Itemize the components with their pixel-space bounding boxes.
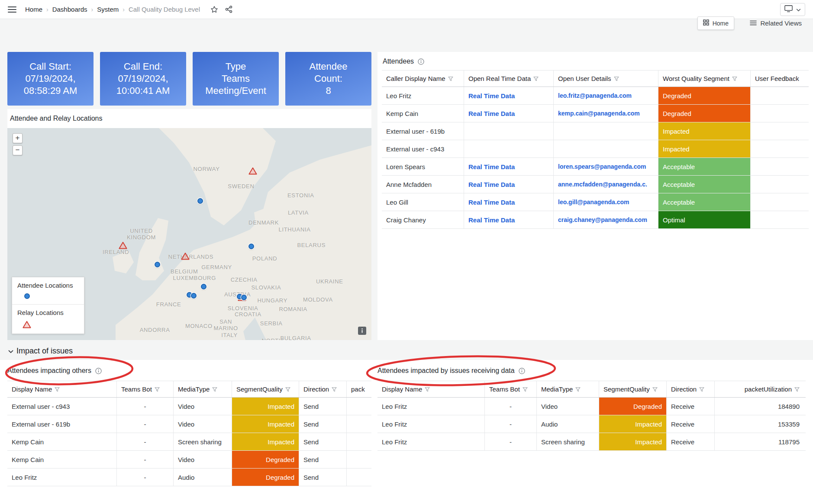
zoom-out-button[interactable]: −	[13, 145, 23, 155]
direction-cell: Receive	[667, 415, 715, 433]
column-header-label: Direction	[303, 385, 329, 393]
stat-panel-text: 07/19/2024,	[25, 73, 75, 85]
attendee-row: External user - c943Impacted	[382, 140, 809, 158]
filter-icon[interactable]	[732, 76, 737, 81]
legend-label: Attendee Locations	[17, 282, 79, 289]
filter-icon[interactable]	[155, 387, 160, 392]
column-header-label: MediaType	[541, 385, 573, 393]
filter-icon[interactable]	[533, 76, 539, 81]
filter-icon[interactable]	[212, 387, 217, 392]
display-name-cell: External user - c943	[7, 398, 117, 415]
user-details-cell	[554, 140, 658, 157]
breadcrumb-item[interactable]: Call Quality Debug Level	[129, 6, 200, 13]
real-time-data-link[interactable]: Real Time Data	[468, 181, 515, 188]
map-country-label: SLOVAKIA	[251, 284, 281, 290]
hamburger-menu-icon[interactable]	[8, 6, 16, 13]
display-name-cell: Kemp Cain	[7, 451, 117, 468]
star-icon[interactable]	[210, 6, 218, 13]
user-feedback-cell	[751, 176, 805, 193]
user-details-cell: craig.chaney@panagenda.com	[554, 211, 658, 228]
impacting-others-title: Attendees impacting others	[7, 367, 91, 375]
breadcrumb-item[interactable]: Home	[25, 6, 42, 13]
legend-item: Relay Locations	[12, 305, 84, 334]
filter-icon[interactable]	[523, 387, 528, 392]
home-view-button[interactable]: Home	[697, 16, 734, 30]
column-header: Teams Bot	[485, 381, 537, 397]
column-header-label: MediaType	[178, 385, 210, 393]
navbar-right	[780, 3, 805, 16]
attendee-location-marker[interactable]	[241, 295, 247, 300]
filter-icon[interactable]	[55, 387, 60, 392]
map-country-label: SAN MARINO	[213, 318, 238, 331]
breadcrumb-item[interactable]: System	[97, 6, 119, 13]
attendee-location-marker[interactable]	[197, 198, 203, 204]
map-country-label: BELGIUM	[171, 268, 198, 275]
real-time-data-link[interactable]: Real Time Data	[468, 92, 515, 100]
map-country-label: SWEDEN	[228, 183, 254, 189]
real-time-data-link[interactable]: Real Time Data	[468, 199, 515, 206]
user-email-link[interactable]: craig.chaney@panagenda.com	[558, 216, 647, 223]
stat-panel-type: TypeTeamsMeeting/Event	[193, 52, 279, 106]
info-icon[interactable]	[95, 368, 102, 374]
filter-icon[interactable]	[652, 387, 658, 392]
real-time-data-link[interactable]: Real Time Data	[468, 163, 515, 170]
related-views-button[interactable]: Related Views	[750, 19, 802, 27]
real-time-data-cell	[464, 122, 554, 140]
real-time-data-link[interactable]: Real Time Data	[468, 110, 515, 117]
direction-cell: Receive	[667, 398, 715, 415]
caller-display-name-cell: Kemp Cain	[382, 105, 464, 122]
attendee-location-marker[interactable]	[201, 284, 206, 289]
relay-location-marker[interactable]	[248, 167, 257, 175]
map-canvas[interactable]: + − Attendee LocationsRelay Locations NO…	[7, 128, 371, 340]
share-icon[interactable]	[225, 6, 232, 13]
user-email-link[interactable]: kemp.cain@panagenda.com	[558, 110, 640, 117]
media-type-cell: Audio	[174, 469, 232, 486]
attendees-table-header: Caller Display NameOpen Real Time DataOp…	[382, 70, 809, 87]
filter-icon[interactable]	[425, 387, 430, 392]
breadcrumb-separator: ›	[91, 6, 94, 13]
map-info-button[interactable]	[358, 327, 366, 335]
filter-icon[interactable]	[699, 387, 704, 392]
filter-icon[interactable]	[575, 387, 581, 392]
user-email-link[interactable]: leo.gill@panagenda.com	[558, 199, 629, 205]
map-country-label: SLOVENIA	[228, 305, 258, 311]
filter-icon[interactable]	[794, 387, 800, 392]
packet-utilization-cell	[347, 451, 371, 468]
relay-marker-sample	[23, 321, 31, 328]
impact-section-header[interactable]: Impact of issues	[8, 347, 73, 356]
map-country-label: SERBIA	[260, 320, 283, 327]
filter-icon[interactable]	[332, 387, 337, 392]
filter-icon[interactable]	[448, 76, 453, 81]
filter-icon[interactable]	[614, 76, 619, 81]
column-header: MediaType	[537, 381, 599, 397]
display-name-cell: Leo Fritz	[377, 433, 485, 450]
map-country-label: NORWAY	[194, 166, 220, 172]
relay-location-marker[interactable]	[119, 241, 127, 249]
attendee-row: Leo FritzReal Time Dataleo.fritz@panagen…	[382, 87, 809, 105]
filter-icon[interactable]	[285, 387, 290, 392]
relay-location-marker[interactable]	[181, 252, 190, 260]
zoom-in-button[interactable]: +	[13, 133, 23, 143]
info-icon[interactable]	[418, 58, 424, 65]
breadcrumb-item[interactable]: Dashboards	[52, 6, 87, 13]
map-panel: Attendee and Relay Locations + − Attende…	[7, 109, 371, 340]
stat-panel-attendee-count: AttendeeCount:8	[285, 52, 371, 106]
attendees-panel-title: Attendees	[383, 58, 414, 65]
user-email-link[interactable]: loren.spears@panagenda.com	[558, 163, 646, 170]
real-time-data-link[interactable]: Real Time Data	[468, 216, 515, 224]
user-email-link[interactable]: leo.fritz@panagenda.com	[558, 92, 632, 99]
caller-display-name-cell: Loren Spears	[382, 158, 464, 175]
column-header: Open Real Time Data	[464, 71, 554, 87]
map-country-label: FRANCE	[156, 301, 181, 307]
real-time-data-cell: Real Time Data	[464, 105, 554, 122]
user-details-cell: loren.spears@panagenda.com	[554, 158, 658, 175]
user-feedback-cell	[751, 105, 805, 122]
attendee-marker-sample	[24, 293, 30, 299]
user-email-link[interactable]: anne.mcfadden@panagenda.c.	[558, 181, 647, 188]
info-icon[interactable]	[519, 368, 525, 374]
impact-row: External user - c943-VideoImpactedSend	[7, 398, 371, 415]
display-name-cell: Leo Fritz	[377, 398, 485, 415]
attendee-location-marker[interactable]	[191, 293, 197, 299]
breadcrumb: Home›Dashboards›System›Call Quality Debu…	[25, 6, 200, 13]
view-mode-control[interactable]	[780, 3, 805, 16]
